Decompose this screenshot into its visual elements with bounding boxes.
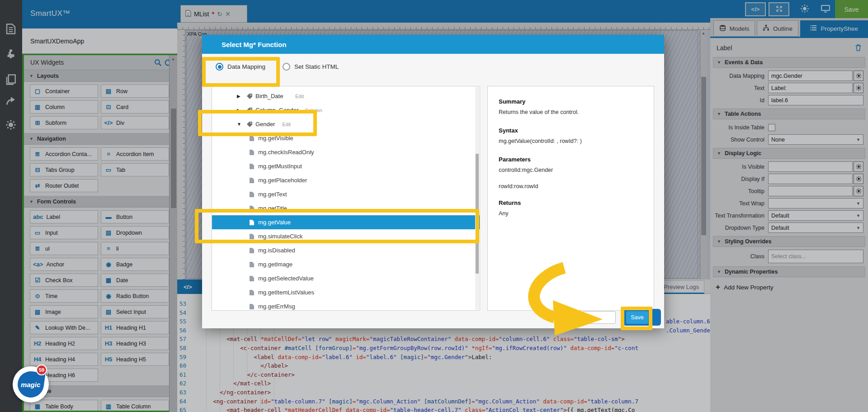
chevron-right-icon[interactable]: ▶ [237, 94, 241, 99]
tree-node-birth_date[interactable]: ▶Birth_DateEdit [212, 89, 480, 103]
function-label: mg.getSelectedValue [258, 275, 314, 282]
syntax-heading: Syntax [499, 127, 643, 134]
smartux-ide: SmartUX™ </> Save MList * ↻ ✕ SmartUXDem… [0, 0, 868, 412]
function-label: mg.checkIsReadOnly [258, 149, 314, 156]
radio-icon [283, 63, 290, 71]
function-label: mg.isDisabled [258, 247, 295, 254]
tree-node-label: Birth_Date [255, 93, 283, 99]
file-icon [249, 177, 255, 184]
notification-badge: 59 [36, 365, 47, 375]
function-label: mg.getImage [258, 261, 292, 268]
file-icon [249, 303, 255, 310]
function-item-mg-getImage[interactable]: mg.getImage [212, 257, 480, 271]
tutorial-arrow [513, 262, 610, 337]
radio-set-static-html[interactable]: Set Static HTML [283, 63, 339, 71]
function-item-mg-isDisabled[interactable]: mg.isDisabled [212, 243, 480, 257]
parameter-text: controlId:mgc.Gender [499, 167, 643, 173]
tree-node-action-link[interactable]: Edit [295, 94, 304, 99]
function-label: mg.getItemListValues [258, 289, 314, 296]
highlight-gender-node [198, 110, 317, 136]
file-icon [249, 261, 255, 268]
summary-text: Returns the value of the control. [499, 109, 643, 115]
file-icon [249, 247, 255, 254]
function-label: mg.getMustInput [258, 163, 302, 170]
function-item-mg-getSelectedValue[interactable]: mg.getSelectedValue [212, 271, 480, 285]
magic-assistant-widget[interactable]: magic 59 [13, 366, 49, 403]
file-icon [249, 163, 255, 170]
function-item-mg-getErrMsg[interactable]: mg.getErrMsg [212, 299, 480, 311]
highlight-data-mapping [202, 57, 280, 87]
highlight-getvalue-row [195, 209, 479, 243]
summary-heading: Summary [499, 98, 643, 105]
modal-title: Select Mg* Function [202, 35, 664, 54]
returns-heading: Returns [499, 199, 643, 206]
file-icon [249, 275, 255, 282]
syntax-text: mg.getValue(controlId: , rowId?: ) [499, 138, 643, 144]
function-label: mg.getText [258, 191, 287, 198]
function-label: mg.getErrMsg [258, 303, 295, 310]
function-item-mg-checkIsReadOnly[interactable]: mg.checkIsReadOnly [212, 145, 480, 159]
parameter-text: rowId:row.rowId [499, 183, 643, 189]
function-item-mg-getMustInput[interactable]: mg.getMustInput [212, 159, 480, 173]
function-label: mg.getPlaceholder [258, 177, 307, 184]
file-icon [249, 149, 255, 156]
highlight-save-button [621, 307, 652, 330]
function-item-mg-getText[interactable]: mg.getText [212, 187, 480, 201]
returns-text: Any [499, 210, 643, 217]
tree-scrollbar[interactable] [475, 87, 479, 310]
file-icon [249, 289, 255, 296]
tag-icon [246, 93, 253, 99]
parameters-heading: Parameters [499, 156, 643, 163]
function-item-mg-getItemListValues[interactable]: mg.getItemListValues [212, 285, 480, 299]
function-item-mg-getPlaceholder[interactable]: mg.getPlaceholder [212, 173, 480, 187]
file-icon [249, 191, 255, 198]
